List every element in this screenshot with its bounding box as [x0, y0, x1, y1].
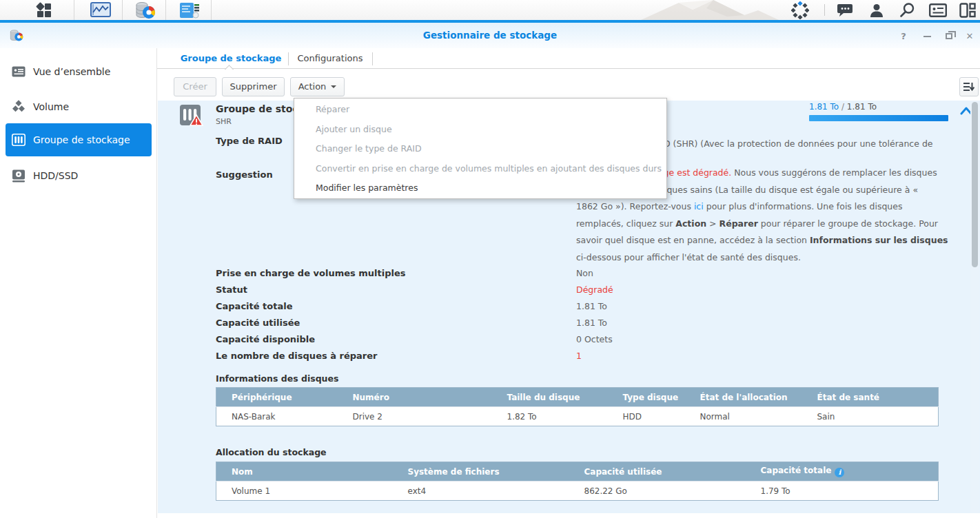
maximize-button[interactable] — [941, 31, 957, 42]
minimize-button[interactable] — [919, 31, 935, 42]
sort-icon — [963, 81, 974, 92]
usage-text: 1.81 To / 1.81 To — [809, 102, 877, 112]
storage-manager-icon — [135, 1, 156, 19]
widgets-icon — [959, 3, 976, 18]
alloc-table-row[interactable]: Volume 1 ext4 862.22 Go 1.79 To — [216, 481, 939, 501]
action-button[interactable]: Action — [290, 77, 345, 96]
volume-icon — [11, 99, 26, 114]
sidebar-item-label: Volume — [33, 101, 69, 112]
detail-label: Capacité utilisée — [216, 318, 300, 328]
detail-label: Statut — [216, 284, 247, 295]
column-header: Numéro — [338, 388, 492, 407]
scrollbar-thumb[interactable] — [972, 102, 978, 267]
cell-filesystem: ext4 — [393, 481, 569, 501]
taskbar — [0, 0, 980, 20]
disk-table-header-row: Périphérique Numéro Taille du disque Typ… — [216, 388, 939, 407]
pilot-view-icon — [791, 1, 809, 19]
control-panel-button[interactable] — [170, 0, 209, 20]
create-button[interactable]: Créer — [174, 77, 216, 96]
column-header: Taille du disque — [492, 388, 608, 407]
suggestion-label: Suggestion — [216, 169, 273, 180]
tab-separator — [372, 52, 373, 65]
resource-monitor-button[interactable] — [81, 0, 120, 20]
widgets-button[interactable] — [955, 0, 980, 20]
close-button[interactable]: ✕ — [962, 31, 977, 42]
sidebar-item-label: HDD/SSD — [33, 170, 78, 181]
column-header: Capacité utilisée — [569, 462, 746, 481]
usage-progress-bar — [809, 115, 948, 121]
disk-table-row[interactable]: NAS-Barak Drive 2 1.82 To HDD Normal Sai… — [216, 407, 939, 426]
usage-separator: / — [839, 102, 847, 112]
taskbar-separator — [165, 0, 166, 20]
sidebar: Vue d’ensemble Volume — [0, 48, 157, 518]
detail-value: 0 Octets — [576, 334, 613, 344]
detail-label: Capacité totale — [216, 301, 293, 311]
cell-allocation-status: Normal — [685, 407, 802, 426]
storage-group-icon — [11, 132, 26, 147]
storage-group-status-icon — [178, 103, 203, 128]
sidebar-item-storage-group[interactable]: Groupe de stockage — [6, 123, 152, 156]
detail-label: Le nombre de disques à réparer — [216, 351, 377, 361]
main-menu-icon — [37, 3, 52, 18]
delete-button[interactable]: Supprimer — [222, 77, 285, 96]
storage-manager-button[interactable] — [127, 0, 164, 20]
column-header: Système de fichiers — [393, 462, 569, 481]
main-area: Groupe de stockage Configurations Créer … — [157, 48, 980, 518]
main-menu-button[interactable] — [28, 0, 61, 20]
overview-icon — [11, 64, 26, 79]
notifications-icon — [929, 3, 947, 17]
tabs-bar: Groupe de stockage Configurations — [157, 48, 980, 69]
chat-button[interactable] — [831, 0, 859, 20]
action-dropdown-menu: Réparer Ajouter un disque Changer le typ… — [294, 98, 667, 199]
maximize-icon — [946, 33, 952, 39]
sidebar-item-volume[interactable]: Volume — [6, 96, 152, 117]
usage-total: 1.81 To — [847, 102, 877, 112]
window-title: Gestionnaire de stockage — [0, 30, 980, 41]
search-icon — [899, 2, 915, 18]
cell-device: NAS-Barak — [216, 407, 338, 426]
pilot-view-button[interactable] — [786, 0, 815, 20]
sort-button[interactable] — [959, 77, 979, 96]
tab-storage-group[interactable]: Groupe de stockage — [174, 48, 288, 69]
menu-item-repair[interactable]: Réparer — [294, 100, 666, 120]
help-button[interactable]: ? — [896, 31, 911, 42]
detail-value: Non — [576, 268, 593, 278]
taskbar-separator — [211, 0, 212, 20]
taskbar-separator — [122, 0, 123, 20]
sidebar-item-overview[interactable]: Vue d’ensemble — [6, 61, 152, 82]
cell-used-capacity: 862.22 Go — [569, 481, 746, 501]
cell-type: HDD — [608, 407, 685, 426]
sidebar-item-label: Groupe de stockage — [33, 134, 130, 145]
taskbar-separator — [74, 0, 74, 20]
disks-to-repair-value: 1 — [576, 351, 582, 361]
column-header: Nom — [216, 462, 393, 481]
info-icon[interactable]: i — [835, 468, 844, 477]
cell-health-status: Sain — [802, 407, 939, 426]
ici-link[interactable]: ici — [694, 201, 704, 211]
scrollbar-track[interactable] — [970, 101, 979, 513]
detail-value: 1.81 To — [576, 318, 607, 328]
menu-item-modify-settings[interactable]: Modifier les paramètres — [294, 178, 666, 198]
menu-item-change-raid-type[interactable]: Changer le type de RAID — [294, 139, 666, 159]
user-button[interactable] — [863, 0, 890, 20]
window-titlebar: Gestionnaire de stockage ? ✕ — [0, 23, 980, 48]
notifications-button[interactable] — [923, 0, 952, 20]
resource-monitor-icon — [90, 2, 111, 19]
menu-item-convert-multi-volume[interactable]: Convertir en prise en charge de volumes … — [294, 159, 666, 179]
sidebar-item-label: Vue d’ensemble — [33, 66, 110, 77]
search-button[interactable] — [893, 0, 921, 20]
raid-type-label: Type de RAID — [216, 136, 283, 146]
usage-used: 1.81 To — [809, 102, 839, 112]
status-value: Dégradé — [576, 284, 613, 295]
alloc-table-title: Allocation du stockage — [216, 447, 327, 457]
taskbar-divider — [824, 4, 825, 16]
storage-allocation-table: Nom Système de fichiers Capacité utilisé… — [216, 462, 939, 501]
tab-configurations[interactable]: Configurations — [288, 48, 372, 69]
menu-item-add-disk[interactable]: Ajouter un disque — [294, 120, 666, 140]
raid-badge: SHR — [216, 117, 232, 126]
column-header: État de l'allocation — [685, 388, 802, 407]
detail-label: Capacité disponible — [216, 334, 315, 344]
chat-icon — [837, 3, 853, 18]
alloc-table-header-row: Nom Système de fichiers Capacité utilisé… — [216, 462, 939, 481]
sidebar-item-hdd-ssd[interactable]: HDD/SSD — [6, 165, 152, 186]
